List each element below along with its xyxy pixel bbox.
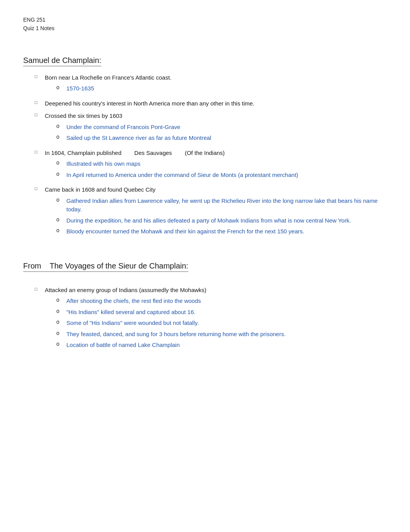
sub-bullet-icon: o: [56, 341, 64, 347]
sub-text-1-1: 1570-1635: [66, 84, 387, 93]
sub-text-4-2: In April returned to America under the c…: [66, 171, 387, 180]
section-champlain: Samuel de Champlain: □ Born near La Roch…: [23, 56, 387, 238]
bullet-icon-s2-1: □: [35, 287, 42, 291]
sub-list-5: o Gathered Indian allies from Lawrence v…: [56, 197, 387, 236]
section2-heading: From The Voyages of the Sieur de Champla…: [23, 262, 188, 272]
sub-bullet-icon: o: [56, 319, 64, 325]
sub-text-3-2: Sailed up the St Lawrence river as far a…: [66, 134, 387, 143]
sub-bullet-icon: o: [56, 123, 64, 129]
sub-bullet-icon: o: [56, 330, 64, 336]
bullet-icon-2: □: [35, 100, 42, 105]
bullet-icon-1: □: [35, 74, 42, 79]
sub-list-s2-1: o After shooting the chiefs, the rest fl…: [56, 297, 387, 350]
li-content-4: In 1604, Champlain published Des Sauvage…: [45, 149, 387, 182]
sub-item-s2-1-3: o Some of "His Indians" were wounded but…: [56, 319, 387, 328]
list-item-2: □ Deepened his country's interest in Nor…: [35, 99, 387, 108]
li-text-1: Born near La Rochelle on France's Atlant…: [45, 74, 171, 81]
li-content-1: Born near La Rochelle on France's Atlant…: [45, 73, 387, 95]
list-item-s2-1: □ Attacked an enemy group of Indians (as…: [35, 286, 387, 352]
li-content-3: Crossed the six times by 1603 o Under th…: [45, 112, 387, 145]
sub-bullet-icon: o: [56, 227, 64, 233]
sub-item-1-1: o 1570-1635: [56, 84, 387, 93]
sub-item-3-2: o Sailed up the St Lawrence river as far…: [56, 134, 387, 143]
section2-heading-wrapper: From The Voyages of the Sieur de Champla…: [23, 262, 387, 279]
sub-bullet-icon: o: [56, 308, 64, 314]
sub-item-s2-1-1: o After shooting the chiefs, the rest fl…: [56, 297, 387, 306]
sub-list-1: o 1570-1635: [56, 84, 387, 93]
bullet-icon-5: □: [35, 186, 42, 191]
sub-text-4-1: Illustrated with his own maps: [66, 160, 387, 168]
sub-text-5-1: Gathered Indian allies from Lawrence val…: [66, 197, 387, 214]
sub-text-s2-1-4: They feasted, danced, and sung for 3 hou…: [66, 330, 387, 339]
sub-item-5-2: o During the expedition, he and his alli…: [56, 216, 387, 225]
sub-bullet-icon: o: [56, 134, 64, 140]
list-item-1: □ Born near La Rochelle on France's Atla…: [35, 73, 387, 95]
section2-list: □ Attacked an enemy group of Indians (as…: [35, 286, 387, 352]
li-text-5: Came back in 1608 and found Quebec City: [45, 186, 156, 193]
sub-item-s2-1-5: o Location of battle of named Lake Champ…: [56, 341, 387, 350]
sub-item-5-3: o Bloody encounter turned the Mohawk and…: [56, 227, 387, 236]
li-text-3: Crossed the six times by 1603: [45, 112, 122, 119]
sub-text-5-2: During the expedition, he and his allies…: [66, 216, 387, 225]
bullet-icon-4: □: [35, 150, 42, 154]
section1-list: □ Born near La Rochelle on France's Atla…: [35, 73, 387, 238]
bullet-icon-3: □: [35, 112, 42, 117]
sub-list-4: o Illustrated with his own maps o In Apr…: [56, 160, 387, 179]
sub-text-s2-1-2: "His Indians" killed several and capture…: [66, 308, 387, 317]
sub-item-5-1: o Gathered Indian allies from Lawrence v…: [56, 197, 387, 214]
sub-bullet-icon: o: [56, 84, 64, 90]
sub-text-s2-1-1: After shooting the chiefs, the rest fled…: [66, 297, 387, 306]
sub-bullet-icon: o: [56, 297, 64, 303]
sub-item-s2-1-2: o "His Indians" killed several and captu…: [56, 308, 387, 317]
sub-bullet-icon: o: [56, 197, 64, 203]
sub-bullet-icon: o: [56, 160, 64, 166]
sub-text-s2-1-5: Location of battle of named Lake Champla…: [66, 341, 387, 350]
sub-item-3-1: o Under the command of Francois Pont-Gra…: [56, 123, 387, 132]
sub-list-3: o Under the command of Francois Pont-Gra…: [56, 123, 387, 143]
li-text-2: Deepened his country's interest in North…: [45, 100, 254, 107]
li-content-2: Deepened his country's interest in North…: [45, 99, 387, 108]
sub-bullet-icon: o: [56, 171, 64, 177]
sub-text-s2-1-3: Some of "His Indians" were wounded but n…: [66, 319, 387, 328]
section-voyages: From The Voyages of the Sieur de Champla…: [23, 262, 387, 352]
sub-item-4-1: o Illustrated with his own maps: [56, 160, 387, 168]
list-item-5: □ Came back in 1608 and found Quebec Cit…: [35, 185, 387, 238]
header-block: ENG 251 Quiz 1 Notes: [23, 15, 387, 33]
li-content-5: Came back in 1608 and found Quebec City …: [45, 185, 387, 238]
sub-item-4-2: o In April returned to America under the…: [56, 171, 387, 180]
sub-bullet-icon: o: [56, 216, 64, 223]
sub-item-s2-1-4: o They feasted, danced, and sung for 3 h…: [56, 330, 387, 339]
li-text-4: In 1604, Champlain published Des Sauvage…: [45, 150, 225, 156]
list-item-4: □ In 1604, Champlain published Des Sauva…: [35, 149, 387, 182]
li-content-s2-1: Attacked an enemy group of Indians (assu…: [45, 286, 387, 352]
section1-heading: Samuel de Champlain:: [23, 56, 101, 66]
list-item-3: □ Crossed the six times by 1603 o Under …: [35, 112, 387, 145]
course-code: ENG 251: [23, 15, 387, 24]
sub-text-5-3: Bloody encounter turned the Mohawk and t…: [66, 227, 387, 236]
li-text-s2-1: Attacked an enemy group of Indians (assu…: [45, 287, 207, 293]
sub-text-3-1: Under the command of Francois Pont-Grave: [66, 123, 387, 132]
quiz-notes-label: Quiz 1 Notes: [23, 24, 387, 32]
